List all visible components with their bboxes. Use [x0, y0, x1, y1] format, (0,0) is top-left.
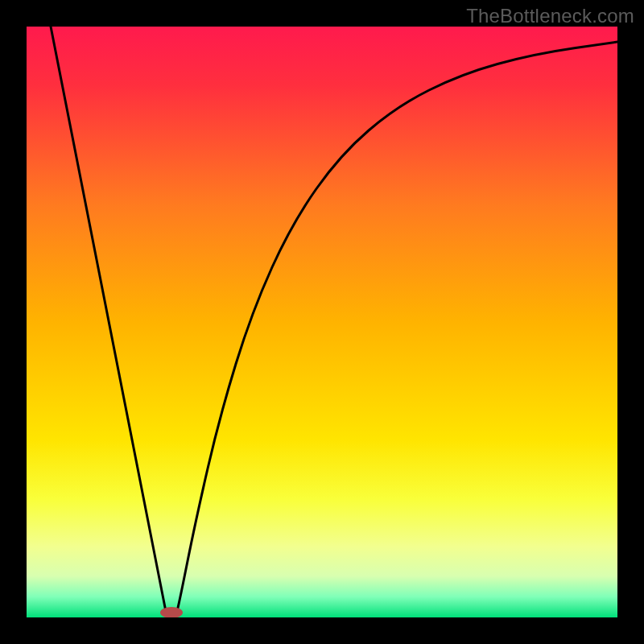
chart-plot-area	[27, 27, 617, 617]
chart-svg	[27, 27, 617, 617]
attribution-label: TheBottleneck.com	[466, 5, 634, 27]
chart-frame: TheBottleneck.com	[0, 0, 644, 644]
chart-background-gradient	[27, 27, 617, 617]
